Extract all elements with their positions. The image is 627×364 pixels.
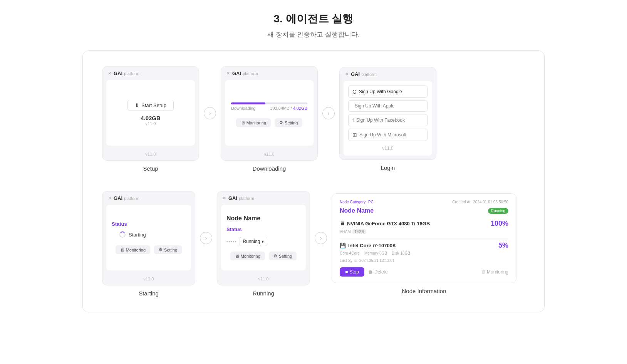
monitor-icon: 🖥 (241, 121, 245, 125)
arrow-3: › (200, 232, 212, 244)
divider-1 (340, 238, 508, 238)
monitoring-button[interactable]: 🖥 Monitoring (116, 245, 150, 254)
ni-running-badge: Running (488, 208, 508, 214)
ni-actions-left: ■ Stop 🗑 Delete (340, 267, 388, 277)
node-info-panel: Node Category PC Created At 2024.01.01 0… (332, 193, 516, 283)
setup-label: Setup (143, 165, 158, 172)
disk-detail: Disk 16GB (392, 251, 410, 255)
ni-cpu-row: 💾 Intel Core i7-10700K 5% (340, 242, 508, 250)
download-bar-fill (231, 102, 265, 104)
vram-value: 16GB (352, 229, 366, 234)
node-info-block: Node Category PC Created At 2024.01.01 0… (332, 193, 516, 294)
signup-apple-button[interactable]: Sign Up With Apple (348, 100, 428, 112)
download-bar-bg (231, 102, 307, 104)
arrow-1: › (204, 107, 216, 119)
brand-gai: GAI (114, 195, 122, 201)
downloading-label: Downloading (253, 165, 286, 172)
ni-gpu-pct: 100% (491, 220, 508, 228)
brand-gai: GAI (114, 70, 122, 76)
setup-body: ⬇ Start Setup 4.02GB v11.0 (106, 80, 195, 146)
row-1: ✕ GAI platform ⬇ Start Setup 4.02GB v11.… (102, 66, 525, 172)
monitor-icon: 🖥 (120, 248, 124, 252)
monitoring-button[interactable]: 🖥 Monitoring (236, 118, 271, 127)
node-info-label: Node Information (402, 288, 446, 294)
running-buttons: 🖥 Monitoring ⚙ Setting (226, 252, 300, 260)
brand-platform: platform (124, 196, 139, 201)
start-setup-button[interactable]: ⬇ Start Setup (127, 100, 174, 111)
brand-platform: platform (243, 71, 258, 76)
ni-lastsync: Last Sync 2024.05.31 13:13:01 (340, 258, 508, 263)
monitoring-button[interactable]: 🖥 Monitoring (481, 269, 508, 275)
download-footer: v11.0 (221, 149, 317, 160)
running-block: ✕ GAI platform Node Name Status ••••• Ru… (217, 191, 310, 297)
ni-created-value: 2024.01.01 08:50:50 (473, 200, 508, 204)
chevron-down-icon: ▾ (262, 239, 264, 244)
vram-label: VRAM (340, 230, 351, 234)
monitor-icon: 🖥 (235, 254, 239, 258)
starting-body: Status Starting 🖥 Monitoring ⚙ Setting (106, 205, 191, 270)
ni-cpu-label: 💾 Intel Core i7-10700K (340, 243, 396, 248)
stop-button[interactable]: ■ Stop (340, 267, 364, 277)
brand-gai: GAI (351, 71, 360, 77)
running-titlebar: ✕ GAI platform (217, 191, 310, 205)
ni-gpu-label: 🖥 NVINIA GeForce GTX 4080 Ti 16GB (340, 221, 430, 226)
starting-label: Starting (139, 290, 159, 297)
download-bar-container (231, 102, 307, 104)
login-window: ✕ GAI platform G Sign Up With Google Sig… (339, 67, 436, 160)
download-info: Downloading 383.84MB / 4.02GB (231, 106, 307, 111)
arrow-2: › (322, 107, 335, 119)
ni-vram: VRAM 16GB (340, 229, 508, 234)
brand-gai: GAI (228, 195, 237, 201)
setup-btn-label: Start Setup (141, 102, 166, 108)
download-window: ✕ GAI platform Downloading 383.84MB / 4.… (221, 66, 318, 161)
node-name-title: Node Name (226, 215, 260, 222)
status-select[interactable]: Running ▾ (240, 237, 268, 246)
running-label: Running (253, 290, 274, 297)
status-title: Status (112, 221, 127, 227)
status-title: Status (226, 226, 242, 232)
ni-created: Created At 2024.01.01 08:50:50 (452, 200, 508, 204)
ni-category-value: PC (368, 200, 374, 204)
close-icon: ✕ (345, 72, 349, 77)
download-buttons: 🖥 Monitoring ⚙ Setting (231, 118, 307, 127)
setting-button[interactable]: ⚙ Setting (269, 252, 297, 260)
download-icon: ⬇ (135, 102, 139, 108)
cpu-icon: 💾 (340, 243, 346, 248)
ni-name-row: Node Name Running (340, 207, 508, 214)
ni-actions: ■ Stop 🗑 Delete 🖥 Monitoring (340, 267, 508, 277)
ni-cpu-name: Intel Core i7-10700K (348, 243, 396, 248)
downloading-block: ✕ GAI platform Downloading 383.84MB / 4.… (221, 66, 318, 172)
ni-cpu-details: Core 4Core Memory 8GB Disk 16GB (340, 251, 508, 255)
setting-icon: ⚙ (279, 120, 283, 125)
monitor-icon: 🖥 (481, 269, 485, 275)
facebook-icon: f (352, 117, 354, 123)
signup-google-button[interactable]: G Sign Up With Google (348, 86, 428, 98)
starting-indicator: Starting (119, 231, 146, 238)
arrow-4: › (315, 232, 327, 244)
setting-button[interactable]: ⚙ Setting (154, 245, 182, 254)
main-container: ✕ GAI platform ⬇ Start Setup 4.02GB v11.… (82, 50, 545, 312)
ni-cpu-pct: 5% (498, 242, 508, 250)
signup-facebook-button[interactable]: f Sign Up With Facebook (348, 114, 428, 126)
signup-microsoft-button[interactable]: ⊞ Sign Up With Microsoft (348, 129, 428, 141)
running-body: Node Name Status ••••• Running ▾ 🖥 Monit… (221, 205, 306, 270)
microsoft-icon: ⊞ (352, 132, 357, 138)
login-titlebar: ✕ GAI platform (340, 67, 436, 81)
close-icon: ✕ (223, 196, 226, 201)
login-body: G Sign Up With Google Sign Up With Apple… (344, 81, 432, 156)
ni-gpu-row: 🖥 NVINIA GeForce GTX 4080 Ti 16GB 100% (340, 220, 508, 228)
delete-button[interactable]: 🗑 Delete (368, 269, 388, 275)
starting-block: ✕ GAI platform Status Starting 🖥 Monitor… (102, 191, 195, 297)
status-select-value: Running (243, 239, 260, 244)
monitoring-button[interactable]: 🖥 Monitoring (230, 252, 265, 260)
gpu-icon: 🖥 (340, 221, 345, 226)
setup-window: ✕ GAI platform ⬇ Start Setup 4.02GB v11.… (102, 66, 199, 161)
running-footer: v11.0 (217, 274, 310, 285)
starting-buttons: 🖥 Monitoring ⚙ Setting (112, 245, 186, 254)
ni-top: Node Category PC Created At 2024.01.01 0… (340, 200, 508, 204)
stop-icon: ■ (345, 269, 348, 275)
running-window: ✕ GAI platform Node Name Status ••••• Ru… (217, 191, 310, 285)
setup-titlebar: ✕ GAI platform (102, 67, 199, 80)
setting-button[interactable]: ⚙ Setting (275, 118, 302, 127)
starting-status-value: Starting (129, 232, 146, 238)
